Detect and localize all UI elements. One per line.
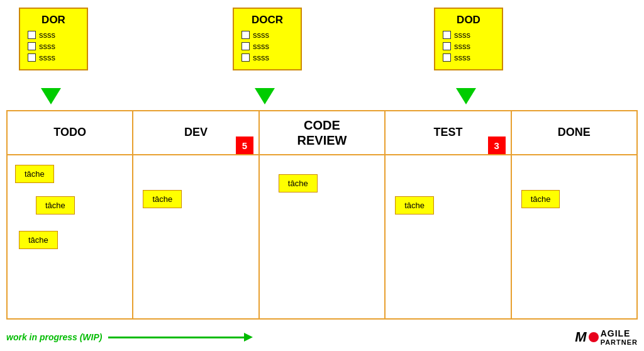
col-header-test: TEST 3 bbox=[386, 111, 511, 154]
dod-checkbox-1 bbox=[443, 31, 451, 39]
kanban-board: TODO DEV 5 CODEREVIEW TEST 3 DONE bbox=[6, 110, 638, 320]
col-label-done: DONE bbox=[512, 111, 636, 154]
logo-name: AGILE bbox=[601, 328, 638, 338]
arrow-dod bbox=[456, 88, 476, 104]
dod-item-1: ssss bbox=[443, 30, 494, 40]
logo-m: M bbox=[575, 329, 586, 345]
task-todo-2[interactable]: tâche bbox=[36, 196, 75, 214]
wip-badge-dev: 5 bbox=[236, 136, 253, 154]
task-code-review-1[interactable]: tâche bbox=[279, 174, 318, 192]
dor-item-1: ssss bbox=[28, 30, 79, 40]
docr-checkbox-1 bbox=[242, 31, 250, 39]
arrow-docr bbox=[255, 88, 275, 104]
dod-checkbox-3 bbox=[443, 53, 451, 62]
dod-item-2: ssss bbox=[443, 42, 494, 51]
dor-checkbox-1 bbox=[28, 31, 36, 39]
logo-sub: PARTNER bbox=[601, 338, 638, 346]
docr-checkbox-3 bbox=[242, 53, 250, 62]
dor-title: DOR bbox=[28, 14, 79, 26]
col-body-done: tâche bbox=[512, 155, 636, 318]
dod-box: DOD ssss ssss ssss bbox=[434, 8, 503, 70]
col-body-dev: tâche bbox=[133, 155, 259, 318]
dor-checkbox-2 bbox=[28, 42, 36, 50]
task-dev-1[interactable]: tâche bbox=[143, 190, 182, 208]
main-container: DOR ssss ssss ssss DOCR ssss bbox=[0, 0, 644, 351]
docr-item-1: ssss bbox=[242, 30, 293, 40]
dor-item-3: ssss bbox=[28, 53, 79, 62]
col-label-todo: TODO bbox=[8, 111, 132, 154]
dor-checkbox-3 bbox=[28, 53, 36, 62]
task-test-1[interactable]: tâche bbox=[395, 196, 434, 214]
col-header-done: DONE bbox=[512, 111, 636, 154]
arrow-dor bbox=[41, 88, 61, 104]
docr-item-3: ssss bbox=[242, 53, 293, 62]
task-done-1[interactable]: tâche bbox=[521, 190, 560, 208]
dod-checkbox-2 bbox=[443, 42, 451, 50]
dor-item-2: ssss bbox=[28, 42, 79, 51]
dor-box: DOR ssss ssss ssss bbox=[19, 8, 88, 70]
docr-box: DOCR ssss ssss ssss bbox=[233, 8, 302, 70]
wip-arrow bbox=[108, 337, 247, 338]
logo-circle-icon bbox=[589, 332, 599, 342]
col-header-code-review: CODEREVIEW bbox=[260, 111, 386, 154]
kanban-header: TODO DEV 5 CODEREVIEW TEST 3 DONE bbox=[8, 111, 636, 155]
task-todo-1[interactable]: tâche bbox=[15, 165, 54, 183]
dod-title: DOD bbox=[443, 14, 494, 26]
wip-container: work in progress (WIP) bbox=[6, 332, 247, 342]
task-todo-3[interactable]: tâche bbox=[19, 231, 58, 249]
logo: M AGILE PARTNER bbox=[575, 328, 638, 346]
col-body-todo: tâche tâche tâche bbox=[8, 155, 133, 318]
wip-badge-test: 3 bbox=[488, 136, 506, 154]
docr-checkbox-2 bbox=[242, 42, 250, 50]
col-header-todo: TODO bbox=[8, 111, 133, 154]
col-header-dev: DEV 5 bbox=[133, 111, 259, 154]
docr-item-2: ssss bbox=[242, 42, 293, 51]
col-body-code-review: tâche bbox=[260, 155, 386, 318]
docr-title: DOCR bbox=[242, 14, 293, 26]
dod-item-3: ssss bbox=[443, 53, 494, 62]
col-body-test: tâche bbox=[386, 155, 511, 318]
kanban-body: tâche tâche tâche tâche tâche tâche tâch… bbox=[8, 155, 636, 318]
logo-text-block: AGILE PARTNER bbox=[601, 328, 638, 346]
col-label-code-review: CODEREVIEW bbox=[260, 111, 384, 154]
wip-label: work in progress (WIP) bbox=[6, 332, 102, 342]
bottom-area: work in progress (WIP) M AGILE PARTNER bbox=[6, 328, 638, 346]
